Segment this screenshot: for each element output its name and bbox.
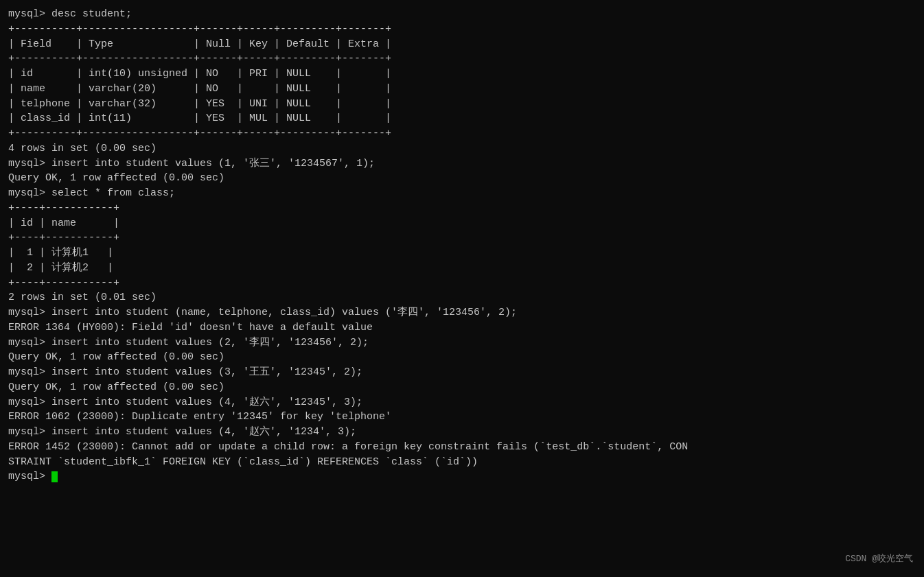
terminal-line: STRAINT `student_ibfk_1` FOREIGN KEY (`c… [8, 455, 916, 470]
terminal-line: mysql> insert into student values (3, '王… [8, 365, 916, 380]
terminal-line: 2 rows in set (0.01 sec) [8, 290, 916, 305]
terminal-line: Query OK, 1 row affected (0.00 sec) [8, 380, 916, 395]
terminal-output: mysql> desc student;+----------+--------… [8, 7, 916, 484]
terminal-line: +----+-----------+ [8, 276, 916, 291]
terminal-line: mysql> insert into student values (1, '张… [8, 156, 916, 172]
terminal-line: mysql> insert into student (name, telpho… [8, 305, 916, 320]
terminal-line: +----+-----------+ [8, 231, 916, 246]
terminal-line: mysql> insert into student values (4, '赵… [8, 395, 916, 410]
terminal-cursor [51, 471, 58, 482]
terminal-line: | name | varchar(20) | NO | | NULL | | [8, 82, 916, 97]
terminal-line: Query OK, 1 row affected (0.00 sec) [8, 350, 916, 365]
terminal: mysql> desc student;+----------+--------… [8, 7, 916, 577]
terminal-line: +----------+------------------+------+--… [8, 51, 916, 67]
terminal-line: ERROR 1364 (HY000): Field 'id' doesn't h… [8, 320, 916, 335]
terminal-line: Query OK, 1 row affected (0.00 sec) [8, 171, 916, 186]
terminal-line: mysql> select * from class; [8, 186, 916, 201]
terminal-line: | id | name | [8, 216, 916, 231]
terminal-line: mysql> insert into student values (4, '赵… [8, 425, 916, 440]
terminal-line: 4 rows in set (0.00 sec) [8, 141, 916, 156]
terminal-line: | id | int(10) unsigned | NO | PRI | NUL… [8, 67, 916, 82]
watermark: CSDN @咬光空气 [845, 553, 913, 566]
terminal-line: ERROR 1452 (23000): Cannot add or update… [8, 440, 916, 455]
terminal-line: | 2 | 计算机2 | [8, 261, 916, 276]
terminal-line: | 1 | 计算机1 | [8, 246, 916, 261]
terminal-line: mysql> desc student; [8, 7, 916, 22]
terminal-line: +----------+------------------+------+--… [8, 126, 916, 141]
terminal-line: | Field | Type | Null | Key | Default | … [8, 37, 916, 52]
terminal-line: mysql> insert into student values (2, '李… [8, 335, 916, 351]
terminal-line: | telphone | varchar(32) | YES | UNI | N… [8, 97, 916, 112]
terminal-line: ERROR 1062 (23000): Duplicate entry '123… [8, 410, 916, 425]
terminal-line: mysql> [8, 469, 916, 484]
terminal-line: +----+-----------+ [8, 201, 916, 216]
terminal-line: | class_id | int(11) | YES | MUL | NULL … [8, 111, 916, 126]
terminal-line: +----------+------------------+------+--… [8, 22, 916, 37]
